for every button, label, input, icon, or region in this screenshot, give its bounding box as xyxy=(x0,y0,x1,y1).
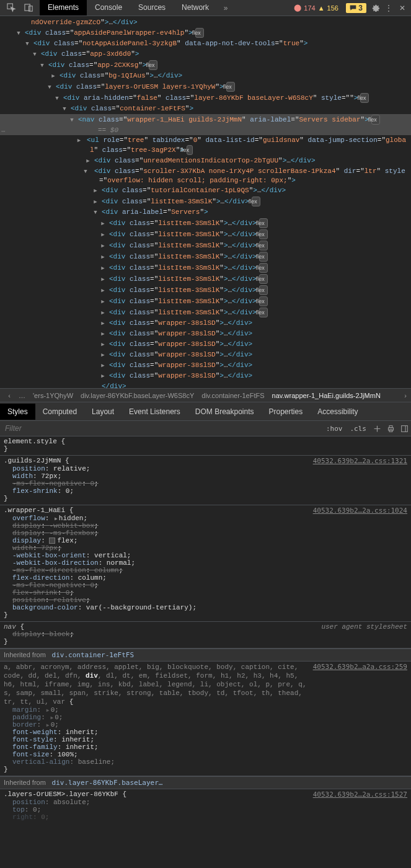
flex-badge[interactable]: flex xyxy=(259,263,268,273)
lower-tab-accessibility[interactable]: Accessibility xyxy=(310,404,365,420)
flex-badge[interactable]: flex xyxy=(259,241,268,250)
rule-nav-ua[interactable]: nav { user agent stylesheet display: blo… xyxy=(0,622,411,649)
expand-arrow-icon[interactable] xyxy=(50,82,56,92)
flex-badge[interactable]: flex xyxy=(259,285,268,295)
rule-element-style[interactable]: element.style { } xyxy=(0,436,411,456)
tree-node[interactable]: <div class="listItem-3SmSlK">…</div>flex xyxy=(0,218,411,229)
flex-badge[interactable]: flex xyxy=(259,252,268,262)
css-declaration[interactable]: position: absolute; xyxy=(4,799,407,806)
flex-swatch-icon[interactable] xyxy=(49,538,55,544)
expand-arrow-icon[interactable] xyxy=(81,136,87,145)
expand-arrow-icon[interactable] xyxy=(95,197,102,206)
expand-shorthand-icon[interactable]: ▶ xyxy=(55,516,58,521)
tree-node[interactable]: <div class="notAppAsidePanel-3yzkgB" dat… xyxy=(0,38,411,49)
inherited-selector[interactable]: div.container-1eFtFS xyxy=(48,651,134,659)
tree-node[interactable]: <div class="scroller-3X7KbA none-1rXy4P … xyxy=(0,166,411,185)
flex-badge[interactable]: flex xyxy=(360,93,369,103)
hov-toggle[interactable]: :hov xyxy=(322,425,347,433)
css-declaration[interactable]: position: relative; xyxy=(4,465,407,472)
css-declaration[interactable]: flex-shrink: 0; xyxy=(4,589,407,596)
expand-shorthand-icon[interactable]: ▶ xyxy=(50,715,53,720)
expand-arrow-icon[interactable] xyxy=(53,71,60,81)
css-declaration[interactable]: font-size: 100%; xyxy=(4,751,407,758)
expand-arrow-icon[interactable] xyxy=(72,115,78,125)
breadcrumb-item[interactable]: div.layer-86YKbF.baseLayer-W6S8cY xyxy=(77,392,198,399)
expand-arrow-icon[interactable] xyxy=(42,61,48,70)
expand-arrow-icon[interactable] xyxy=(103,297,109,306)
styles-filter-input[interactable] xyxy=(0,424,322,433)
tree-node[interactable]: <div class="bg-1QIAus">…</div> xyxy=(0,71,411,81)
rule-source-link[interactable]: 40532.639b2…2a.css:1527 xyxy=(313,790,407,799)
rule-tag-selector[interactable]: a, abbr, acronym, address, applet, big, … xyxy=(4,663,313,706)
lower-tab-styles[interactable]: Styles xyxy=(0,404,35,420)
rule-layers[interactable]: .layers-OrUESM>.layer-86YKbF { 40532.639… xyxy=(0,789,411,823)
rule-selector[interactable]: .layers-OrUESM>.layer-86YKbF xyxy=(4,790,118,799)
tree-node[interactable]: <div class="wrapper-38slSD">…</div> xyxy=(0,339,411,350)
lower-tab-properties[interactable]: Properties xyxy=(262,404,311,420)
tree-node[interactable]: <div class="listItem-3SmSlK">…</div>flex xyxy=(0,273,411,285)
breadcrumb[interactable]: ‹ …'ers-1YQhyWdiv.layer-86YKbF.baseLayer… xyxy=(0,388,411,402)
settings-icon[interactable] xyxy=(370,3,380,13)
flex-badge[interactable]: flex xyxy=(371,115,380,125)
expand-arrow-icon[interactable] xyxy=(103,371,109,381)
tree-node[interactable]: <div class="layers-OrUESM layers-1YQhyW"… xyxy=(0,81,411,92)
tree-node[interactable]: <div aria-hidden="false" class="layer-86… xyxy=(0,92,411,104)
flex-badge[interactable]: flex xyxy=(195,28,204,38)
tree-node[interactable]: <div class="listItem-3SmSlK">…</div>flex xyxy=(0,307,411,318)
tree-node[interactable]: <div class="wrapper-38slSD">…</div> xyxy=(0,360,411,371)
css-declaration[interactable]: border: ▶0; xyxy=(4,721,407,728)
tree-node[interactable]: <div class="tutorialContainer-1pL9QS">…<… xyxy=(0,185,411,196)
css-declaration[interactable]: flex-direction: column; xyxy=(4,574,407,582)
tree-node[interactable]: <div class="wrapper-38slSD">…</div> xyxy=(0,318,411,329)
expand-arrow-icon[interactable] xyxy=(103,252,109,262)
lower-tab-computed[interactable]: Computed xyxy=(35,404,84,420)
expand-arrow-icon[interactable] xyxy=(88,156,94,166)
flex-badge[interactable]: flex xyxy=(226,82,235,92)
expand-arrow-icon[interactable] xyxy=(103,340,109,349)
main-tab-elements[interactable]: Elements xyxy=(40,0,87,16)
tree-node[interactable]: <div class="listItem-3SmSlK">…</div>flex xyxy=(0,285,411,296)
css-declaration[interactable]: vertical-align: baseline; xyxy=(4,758,407,766)
rule-source-link[interactable]: 40532.639b2…2a.css:1024 xyxy=(313,507,407,515)
tree-node[interactable]: <div class="listItem-3SmSlK">…</div>flex xyxy=(0,296,411,307)
tree-node-partial[interactable]: ndOverride-gzmZcO">…</div> xyxy=(0,17,411,27)
lower-tab-event-listeners[interactable]: Event Listeners xyxy=(122,404,188,420)
expand-shorthand-icon[interactable]: ▶ xyxy=(46,722,50,728)
css-declaration[interactable]: margin: ▶0; xyxy=(4,706,407,714)
expand-arrow-icon[interactable] xyxy=(103,264,109,273)
tree-node[interactable]: <div class="app-3xd6d0"> xyxy=(0,49,411,60)
elements-tree[interactable]: ⋯ ndOverride-gzmZcO">…</div> <div class=… xyxy=(0,16,411,388)
inherited-selector[interactable]: div.layer-86YKbF.baseLayer… xyxy=(48,779,162,787)
flex-badge[interactable]: flex xyxy=(149,60,157,70)
flex-badge[interactable]: flex xyxy=(259,229,268,239)
tree-node[interactable]: <div class="appAsidePanelWrapper-ev4hlp"… xyxy=(0,27,411,38)
tree-node[interactable]: <div class="wrapper-38slSD">…</div> xyxy=(0,350,411,360)
expand-arrow-icon[interactable] xyxy=(27,39,33,48)
tree-node[interactable]: <div class="listItem-3SmSlK">…</div>flex xyxy=(0,251,411,262)
breadcrumb-item[interactable]: 'ers-1YQhyW xyxy=(29,392,77,399)
css-declaration[interactable]: -ms-flex-negative: 0; xyxy=(4,582,407,589)
css-declaration[interactable]: display: block; xyxy=(4,631,407,638)
css-declaration[interactable]: display: -ms-flexbox; xyxy=(4,529,407,537)
flex-badge[interactable]: flex xyxy=(187,145,193,155)
breadcrumb-item[interactable]: nav.wrapper-1_HaEi.guilds-2JjMmN xyxy=(268,392,384,399)
expand-arrow-icon[interactable] xyxy=(64,104,71,113)
expand-arrow-icon[interactable] xyxy=(103,361,109,370)
css-declaration[interactable]: background-color: var(--background-terti… xyxy=(4,604,407,611)
expand-arrow-icon[interactable] xyxy=(103,319,109,328)
lower-tab-layout[interactable]: Layout xyxy=(84,404,122,420)
styles-panel[interactable]: element.style { } .guilds-2JjMmN { 40532… xyxy=(0,436,411,868)
rule-source-link[interactable]: 40532.639b2…2a.css:1321 xyxy=(313,457,407,465)
tree-node[interactable]: <ul role="tree" tabindex="0" data-list-i… xyxy=(0,135,411,156)
error-counter[interactable]: ⬤ 174 ▲ 156 xyxy=(290,3,342,12)
breadcrumb-item[interactable]: … xyxy=(15,392,29,399)
css-declaration[interactable]: width: 72px; xyxy=(4,472,407,480)
expand-arrow-icon[interactable] xyxy=(57,94,63,103)
expand-arrow-icon[interactable] xyxy=(103,308,109,317)
expand-arrow-icon[interactable] xyxy=(35,50,41,59)
rule-selector[interactable]: .guilds-2JjMmN xyxy=(4,457,61,465)
flex-badge[interactable]: flex xyxy=(259,308,268,317)
rule-guilds[interactable]: .guilds-2JjMmN { 40532.639b2…2a.css:1321… xyxy=(0,456,411,505)
cls-toggle[interactable]: .cls xyxy=(347,425,371,433)
css-declaration[interactable]: -webkit-box-orient: vertical; xyxy=(4,552,407,559)
